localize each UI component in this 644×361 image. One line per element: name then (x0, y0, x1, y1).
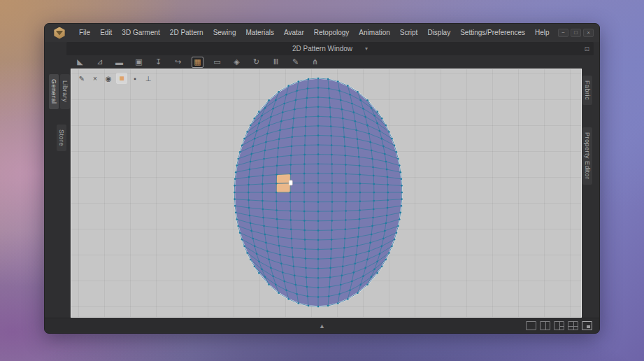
tab-store[interactable]: Store (57, 125, 66, 151)
main-toolbar: ◣ ⊿ ▬ ▣ ↧ ↪ ▦ ▭ ◈ ↻ Ⅲ ✎ ⋔ (45, 55, 599, 69)
remove-topology-icon[interactable]: × (90, 73, 101, 84)
layout-two-pane-button[interactable] (540, 321, 550, 330)
rotate-tool-icon[interactable]: ↻ (250, 57, 262, 68)
menu-retopology[interactable]: Retopology (309, 24, 355, 42)
node-tool-icon[interactable]: ▪ (129, 73, 141, 84)
retopology-toolbar: ✎ × ◉ ■ ▪ ⊥ (76, 73, 154, 84)
sewing-tool-icon[interactable]: ↪ (172, 57, 184, 68)
pin-tool-icon[interactable]: ↧ (152, 57, 164, 68)
window-controls: − □ × (558, 29, 594, 37)
tab-property-editor[interactable]: Property Editor (582, 127, 592, 185)
pleats-tool-icon[interactable]: Ⅲ (270, 57, 282, 68)
bake-tool-icon[interactable]: ⊥ (143, 73, 154, 84)
menu-settings-preferences[interactable]: Settings/Preferences (455, 24, 530, 42)
restore-button[interactable]: □ (571, 29, 581, 37)
menu-file[interactable]: File (74, 24, 95, 42)
left-sidebar-rail: General Library Store (45, 69, 71, 318)
menu-avatar[interactable]: Avatar (279, 24, 309, 42)
menu-edit[interactable]: Edit (95, 24, 117, 42)
drape-tool-icon[interactable]: ◈ (231, 57, 243, 68)
retopology-grid-tool-icon[interactable]: ▦ (192, 57, 203, 68)
pattern-mesh[interactable] (71, 69, 581, 317)
transform-pattern-tool-icon[interactable]: ◣ (74, 57, 86, 68)
draw-topology-icon[interactable]: ✎ (76, 73, 87, 84)
edit-pattern-tool-icon[interactable]: ⊿ (94, 57, 106, 68)
polygon-tool-icon[interactable]: ▬ (113, 57, 125, 68)
bottom-bar: ▲ (45, 318, 599, 333)
layout-mixed-pane-button[interactable] (554, 321, 564, 330)
cube-logo-icon (54, 27, 66, 39)
close-button[interactable]: × (583, 29, 594, 37)
right-sidebar-rail: Fabric Property Editor (582, 69, 599, 318)
pattern-canvas[interactable]: ✎ × ◉ ■ ▪ ⊥ (71, 69, 582, 318)
menu-animation[interactable]: Animation (354, 24, 394, 42)
view-selector-bar: 2D Pattern Window ▾ ⊡ (66, 42, 594, 55)
tab-library[interactable]: Library (60, 74, 70, 109)
content-area: General Library Store ✎ × ◉ ■ ▪ ⊥ Fabric… (45, 69, 599, 318)
menu-materials[interactable]: Materials (241, 24, 279, 42)
menu-bar: File Edit 3D Garment 2D Pattern Sewing M… (45, 24, 599, 42)
tab-fabric[interactable]: Fabric (582, 76, 592, 105)
magnet-tool-icon[interactable]: ◉ (103, 73, 114, 84)
brush-cursor (289, 180, 292, 185)
view-selector[interactable]: 2D Pattern Window (292, 45, 352, 52)
menu-3d-garment[interactable]: 3D Garment (117, 24, 164, 42)
menu-help[interactable]: Help (530, 24, 552, 42)
app-window: File Edit 3D Garment 2D Pattern Sewing M… (44, 23, 600, 334)
tab-general[interactable]: General (49, 74, 59, 109)
press-tool-icon[interactable]: ▭ (211, 57, 223, 68)
menu-sewing[interactable]: Sewing (208, 24, 241, 42)
layout-custom-button[interactable] (582, 321, 592, 330)
edit-texture-tool-icon[interactable]: ▣ (133, 57, 145, 68)
menu-script[interactable]: Script (395, 24, 423, 42)
chevron-down-icon[interactable]: ▾ (365, 45, 368, 52)
patch-tool-icon[interactable]: ■ (116, 73, 127, 84)
menu-items: File Edit 3D Garment 2D Pattern Sewing M… (74, 24, 552, 42)
menu-2d-pattern[interactable]: 2D Pattern (165, 24, 208, 42)
layout-buttons (526, 321, 592, 330)
layout-single-button[interactable] (526, 321, 536, 330)
minimize-button[interactable]: − (558, 29, 568, 37)
line-tool-icon[interactable]: ✎ (289, 57, 301, 68)
menu-display[interactable]: Display (422, 24, 455, 42)
layout-four-pane-button[interactable] (568, 321, 578, 330)
app-logo[interactable] (45, 27, 74, 39)
panel-expander-icon[interactable]: ▲ (319, 323, 325, 330)
expand-view-icon[interactable]: ⊡ (584, 45, 589, 52)
garment-tool-icon[interactable]: ⋔ (309, 57, 321, 68)
